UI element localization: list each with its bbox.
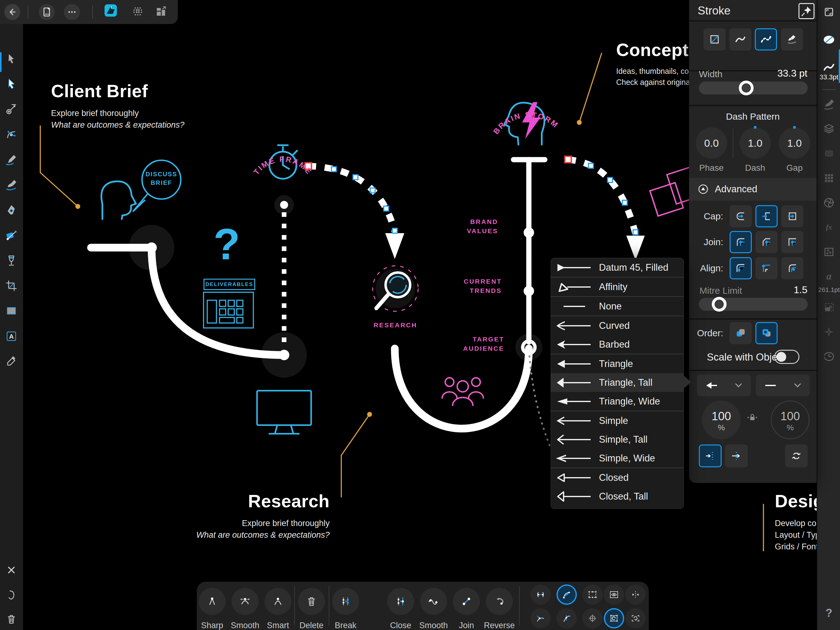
studio-fx-button[interactable]: fx <box>819 218 838 237</box>
toggle-handles-button[interactable] <box>531 608 551 628</box>
studio-layers-button[interactable] <box>819 119 838 138</box>
order-behind-button[interactable] <box>729 322 752 344</box>
tool-shape[interactable] <box>2 301 21 321</box>
align-center-button[interactable] <box>729 257 752 279</box>
close-node-button[interactable] <box>387 588 414 615</box>
arrow-at-start-button[interactable] <box>699 445 722 467</box>
studio-typography-button[interactable]: a <box>819 267 838 286</box>
studio-color-button[interactable] <box>819 193 838 212</box>
arrow-at-end-button[interactable] <box>725 445 748 467</box>
menu-item-triangle-wide[interactable]: Triangle, Wide <box>551 392 684 411</box>
toggle-crosshair-button[interactable] <box>583 608 603 628</box>
hook-button[interactable] <box>2 586 21 605</box>
menu-item-simple[interactable]: Simple <box>551 411 684 430</box>
link-lock-icon[interactable] <box>746 413 758 425</box>
menu-item-triangle[interactable]: Triangle <box>551 355 684 373</box>
panel-settings-button[interactable] <box>819 2 838 22</box>
menu-item-none[interactable]: None <box>551 297 684 316</box>
menu-item-closed[interactable]: Closed <box>551 468 684 487</box>
tool-pen[interactable] <box>2 201 21 220</box>
studio-history-button[interactable] <box>819 347 838 366</box>
align-outside-button[interactable] <box>781 257 804 279</box>
toggle-arc-arrow-button[interactable] <box>556 584 577 605</box>
align-inside-button[interactable] <box>755 257 778 279</box>
studio-swatches-button[interactable] <box>819 169 838 188</box>
scale-with-object-toggle[interactable] <box>774 350 799 364</box>
join-bevel-button[interactable] <box>755 231 778 253</box>
tool-move[interactable] <box>2 49 21 68</box>
swap-arrowheads-button[interactable] <box>785 445 808 467</box>
pin-button[interactable] <box>799 3 815 19</box>
smooth-node-button[interactable] <box>232 588 259 615</box>
stroke-style-none-button[interactable] <box>704 28 726 51</box>
toggle-node-gap-button[interactable] <box>531 584 551 605</box>
studio-snapping-button[interactable] <box>819 322 838 342</box>
join-round-button[interactable] <box>729 231 752 253</box>
cap-round-button[interactable] <box>729 205 752 227</box>
stroke-style-solid-button[interactable] <box>729 28 752 51</box>
break-node-button[interactable] <box>332 588 359 615</box>
toggle-marquee-button[interactable] <box>583 584 603 605</box>
order-front-button[interactable] <box>755 322 778 344</box>
stroke-style-dash-button[interactable] <box>755 28 777 51</box>
menu-item-simple-wide[interactable]: Simple, Wide <box>551 449 684 468</box>
menu-item-barbed[interactable]: Barbed <box>551 335 684 354</box>
join-miter-button[interactable] <box>781 231 804 253</box>
phase-dial[interactable]: 0.0 <box>696 127 727 159</box>
toggle-eye-button[interactable] <box>604 584 624 605</box>
toggle-mirror-button[interactable] <box>625 584 646 605</box>
designer-persona-button[interactable] <box>104 4 120 20</box>
width-slider[interactable] <box>699 82 808 95</box>
menu-item-curved[interactable]: Curved <box>551 316 684 335</box>
tool-node[interactable] <box>2 74 21 93</box>
selected-curve-b[interactable] <box>568 160 645 260</box>
tool-color-picker[interactable] <box>2 352 21 371</box>
start-arrowhead-select[interactable] <box>697 375 751 396</box>
delete-node-button[interactable] <box>298 588 325 615</box>
mitre-slider[interactable] <box>699 298 808 311</box>
tool-crop[interactable] <box>2 276 21 295</box>
tool-pencil[interactable] <box>2 150 21 169</box>
sharp-node-button[interactable] <box>199 588 226 615</box>
smooth-node-button[interactable] <box>420 588 447 615</box>
end-arrowhead-select[interactable] <box>756 375 810 396</box>
width-slider-knob[interactable] <box>739 81 753 95</box>
studio-selection-button[interactable] <box>819 144 838 163</box>
studio-adjust-button[interactable] <box>819 242 838 261</box>
trash-button[interactable] <box>2 610 21 629</box>
toggle-rotate-button[interactable] <box>625 608 646 628</box>
join-node-button[interactable] <box>453 588 480 615</box>
tool-point-transform[interactable] <box>2 100 21 119</box>
dash-dial[interactable]: 1.0 <box>739 127 771 159</box>
more-button[interactable] <box>64 4 80 20</box>
menu-item-datum45-filled[interactable]: Datum 45, Filled <box>551 258 684 277</box>
gap-dial[interactable]: 1.0 <box>779 127 810 159</box>
pixel-persona-button[interactable] <box>132 6 145 19</box>
document-menu-button[interactable] <box>39 4 55 20</box>
fill-swatch-button[interactable] <box>819 30 838 49</box>
advanced-toggle[interactable]: Advanced <box>689 178 816 201</box>
menu-item-triangle-tall[interactable]: Triangle, Tall <box>551 373 684 392</box>
stroke-style-brush-button[interactable] <box>781 28 803 51</box>
back-button[interactable] <box>4 4 20 20</box>
menu-item-simple-tall[interactable]: Simple, Tall <box>551 430 684 449</box>
studio-brush-button[interactable] <box>819 95 838 114</box>
cap-square-button[interactable] <box>781 205 804 227</box>
menu-item-affinity[interactable]: Affinity <box>551 277 684 296</box>
smart-node-button[interactable] <box>264 588 292 615</box>
tool-text[interactable]: A <box>2 327 21 346</box>
help-button[interactable]: ? <box>817 606 840 619</box>
tool-vector-brush[interactable] <box>2 175 21 195</box>
toggle-curve-pin-button[interactable] <box>556 608 577 628</box>
toggle-transform-button[interactable] <box>604 608 624 628</box>
tool-transparency[interactable] <box>2 251 21 270</box>
tool-fill[interactable] <box>2 226 21 245</box>
export-persona-button[interactable] <box>155 6 169 19</box>
tool-corner[interactable] <box>2 125 21 144</box>
studio-transform-button[interactable] <box>819 298 838 317</box>
end-size-dial[interactable]: 100 % <box>771 400 810 439</box>
menu-item-closed-tall[interactable]: Closed, Tall <box>551 487 684 506</box>
mitre-slider-knob[interactable] <box>712 297 726 312</box>
cap-butt-button[interactable] <box>755 205 778 227</box>
reverse-node-button[interactable] <box>486 588 513 615</box>
